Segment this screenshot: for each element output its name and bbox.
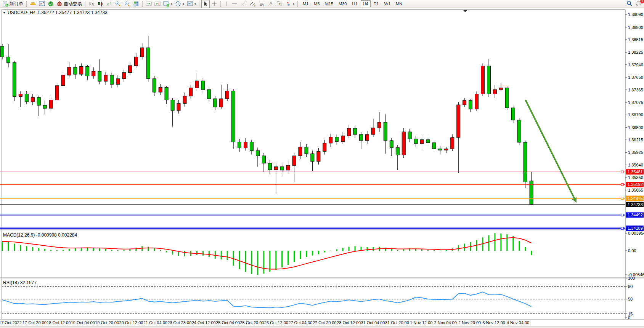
zoom-out-button[interactable] bbox=[123, 0, 132, 8]
horizontal-line-tool-button[interactable] bbox=[230, 0, 239, 8]
chevron-down-icon: ▾ bbox=[194, 2, 196, 6]
clock-icon bbox=[175, 1, 181, 7]
toolbar: 新订单 自动交易 bbox=[0, 0, 644, 8]
time-axis[interactable] bbox=[0, 320, 644, 326]
tile-windows-icon bbox=[133, 1, 139, 7]
cursor-tool-button[interactable] bbox=[201, 0, 210, 8]
macd-indicator-label: MACD(12,26,9) -0.000998 0.002284 bbox=[3, 232, 77, 238]
crosshair-tool-button[interactable] bbox=[210, 0, 218, 8]
separator bbox=[220, 1, 221, 7]
separator bbox=[142, 1, 143, 7]
text-label-tool-button[interactable]: T bbox=[275, 0, 284, 8]
cursor-icon bbox=[203, 1, 208, 7]
channel-tool-button[interactable]: E bbox=[248, 0, 257, 8]
mt4-terminal: 新订单 自动交易 bbox=[0, 0, 644, 328]
chart-canvas[interactable]: 1.390901.388001.385151.382251.379401.376… bbox=[0, 8, 644, 328]
auto-trading-button[interactable]: 自动交易 bbox=[55, 0, 83, 8]
horizontal-line-object[interactable]: 1.34492 bbox=[0, 212, 644, 218]
chart-svg: 1.390901.388001.385151.382251.379401.376… bbox=[0, 8, 644, 328]
timeframe-switcher: M1M5M15M30H1H4D1W1MN bbox=[300, 0, 405, 7]
ohlc-values-label: 1.35272 1.35477 1.34723 1.34733 bbox=[37, 10, 108, 15]
timeframe-h1-button[interactable]: H1 bbox=[350, 0, 360, 7]
new-chart-icon bbox=[163, 1, 169, 7]
rsi-name: RSI(14) bbox=[3, 280, 19, 285]
candle-chart-mode-button[interactable] bbox=[96, 0, 104, 8]
new-order-icon bbox=[2, 1, 8, 7]
rsi-value: 32.1577 bbox=[20, 280, 37, 285]
horizontal-line-icon bbox=[231, 1, 238, 7]
chart-window-icon bbox=[39, 1, 45, 7]
timeframe-m15-button[interactable]: M15 bbox=[323, 0, 336, 7]
zoom-out-icon bbox=[124, 1, 130, 7]
horizontal-line-object[interactable]: 1.34733 bbox=[0, 202, 644, 207]
symbol-dropdown-icon[interactable]: ▼ bbox=[3, 11, 6, 14]
templates-button[interactable]: ▾ bbox=[186, 0, 197, 8]
chevron-down-icon: ▾ bbox=[183, 2, 184, 6]
horizontal-line-object[interactable]: 1.35192 bbox=[0, 182, 644, 187]
price-axis[interactable] bbox=[626, 8, 644, 319]
svg-text:E: E bbox=[254, 5, 255, 7]
chart-shift-button[interactable] bbox=[153, 0, 162, 8]
fibonacci-tool-button[interactable]: F bbox=[258, 0, 267, 8]
line-chart-mode-button[interactable] bbox=[105, 0, 113, 8]
rsi-indicator-label: RSI(14) 32.1577 bbox=[3, 280, 37, 285]
zoom-in-button[interactable] bbox=[114, 0, 122, 8]
window-bottom-edge bbox=[0, 326, 644, 328]
macd-signal-value: 0.002284 bbox=[58, 232, 77, 238]
notification-count-badge: 1 bbox=[640, 0, 644, 4]
signals-button[interactable] bbox=[47, 0, 55, 8]
chart-title-bar[interactable]: ▼ USDCAD-,H4 1.35272 1.35477 1.34723 1.3… bbox=[3, 10, 108, 15]
fibonacci-icon: F bbox=[259, 1, 266, 7]
rsi-line bbox=[2, 292, 532, 308]
crosshair-icon bbox=[211, 1, 217, 7]
timeframe-m5-button[interactable]: M5 bbox=[312, 0, 322, 7]
chart-window-button[interactable] bbox=[38, 0, 46, 8]
text-label-icon: T bbox=[276, 1, 283, 7]
symbol-period-label: USDCAD-,H4 bbox=[8, 10, 35, 15]
bar-chart-mode-button[interactable] bbox=[87, 0, 96, 8]
notifications-button[interactable]: 1 bbox=[635, 0, 642, 8]
candles-layer bbox=[1, 36, 533, 205]
timeframe-h4-button[interactable]: H4 bbox=[361, 0, 371, 7]
timeframe-mn-button[interactable]: MN bbox=[393, 0, 405, 7]
auto-scroll-button[interactable] bbox=[145, 0, 153, 8]
horizontal-line-object[interactable]: 1.35481 bbox=[0, 169, 644, 174]
separator bbox=[26, 1, 27, 7]
template-chart-icon bbox=[187, 1, 193, 7]
tile-windows-button[interactable] bbox=[132, 0, 140, 8]
arrows-tool-button[interactable]: ▾ bbox=[284, 0, 296, 8]
candlestick-icon bbox=[97, 1, 103, 7]
vertical-line-icon bbox=[224, 1, 228, 7]
arrow-objects-icon bbox=[285, 1, 291, 7]
timeframe-d1-button[interactable]: D1 bbox=[371, 0, 381, 7]
horizontal-line-object[interactable]: 1.34875 bbox=[0, 196, 644, 201]
new-order-button[interactable]: 新订单 bbox=[1, 0, 24, 8]
text-icon: A bbox=[268, 1, 274, 7]
svg-text:F: F bbox=[263, 5, 265, 7]
separator bbox=[199, 1, 199, 7]
trendline-icon bbox=[241, 1, 247, 7]
trendline-tool-button[interactable] bbox=[239, 0, 248, 8]
chart-window[interactable]: 1.390901.388001.385151.382251.379401.376… bbox=[0, 8, 644, 328]
gold-bar-icon bbox=[30, 1, 36, 7]
macd-signal-line bbox=[2, 238, 532, 269]
vertical-line-tool-button[interactable] bbox=[223, 0, 230, 8]
pane-splitter[interactable] bbox=[0, 277, 644, 279]
timeframe-w1-button[interactable]: W1 bbox=[382, 0, 393, 7]
zoom-in-icon bbox=[115, 1, 121, 7]
chevron-down-icon: ▾ bbox=[293, 2, 294, 6]
pane-splitter[interactable] bbox=[0, 229, 644, 230]
equidistant-channel-icon: E bbox=[249, 1, 256, 7]
signal-icon bbox=[48, 1, 54, 7]
new-chart-button[interactable]: ▾ bbox=[162, 0, 173, 8]
timeframe-m30-button[interactable]: M30 bbox=[336, 0, 349, 7]
auto-scroll-icon bbox=[146, 1, 152, 7]
gold-button[interactable] bbox=[29, 0, 37, 8]
new-order-label: 新订单 bbox=[10, 1, 23, 7]
search-button[interactable] bbox=[626, 0, 633, 8]
periods-button[interactable]: ▾ bbox=[174, 0, 185, 8]
text-tool-button[interactable]: A bbox=[267, 0, 275, 8]
timeframe-m1-button[interactable]: M1 bbox=[300, 0, 311, 7]
separator bbox=[297, 1, 298, 7]
chevron-down-icon: ▾ bbox=[171, 2, 172, 6]
